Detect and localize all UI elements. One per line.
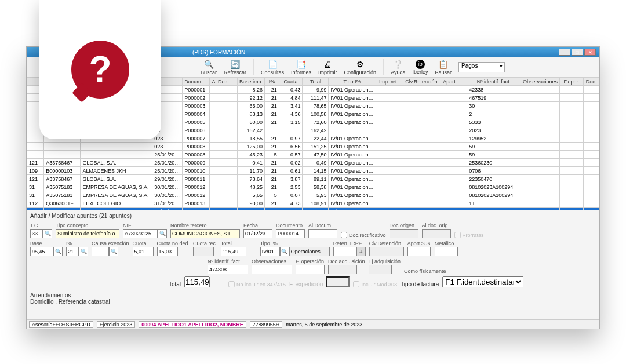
window-title: (PDS) FORMACIÓN <box>192 49 245 56</box>
help-bookmark: ? <box>39 0 161 139</box>
col-aldocum[interactable]: Al Docum. <box>210 78 237 86</box>
docorigen-input <box>390 229 418 238</box>
nif-lookup[interactable]: 🔍 <box>158 229 167 238</box>
ayuda-button[interactable]: ❔Ayuda <box>391 59 405 75</box>
documento-input[interactable] <box>276 229 305 238</box>
config-button[interactable]: ⚙Configuración <box>344 59 377 75</box>
domicilio-ref-label: Domicilio , Referencia catastral <box>30 299 596 305</box>
col-tipoiv[interactable]: Tipo I% <box>329 78 376 86</box>
print-icon: 🖨 <box>322 59 333 70</box>
table-row[interactable]: 121A33758467GLOBAL, S.A.25/01/2023P00000… <box>27 159 599 167</box>
table-row[interactable]: 121A33758467GLOBAL, S.A.29/01/2023P00001… <box>27 175 599 183</box>
col-total[interactable]: Total <box>303 78 329 86</box>
table-row[interactable]: 112Q3063001FLTRE COLEGIO31/01/2023P00001… <box>27 199 599 208</box>
arrendamientos-label: Arrendamientos <box>30 292 596 299</box>
detail-panel: Añadir / Modificar apuntes (21 apuntes) … <box>27 210 599 319</box>
tc-input[interactable] <box>30 229 43 238</box>
retenirpf-add[interactable]: + <box>356 247 366 256</box>
retenirpf-input[interactable] <box>333 247 356 256</box>
col-clvret[interactable]: Clv.Retención <box>402 78 441 86</box>
total-input[interactable] <box>221 247 246 256</box>
table-row[interactable]: 31A35075183EMPRESA DE AGUAS, S.A.30/01/2… <box>27 183 599 191</box>
foper-input[interactable] <box>296 265 325 274</box>
noinc347-check: No incluir en 347/415 <box>228 281 286 287</box>
close-button[interactable]: ✕ <box>584 49 596 56</box>
clvret-input <box>369 247 404 256</box>
pagos-select[interactable]: Pagos <box>458 62 505 72</box>
nombretercero-input[interactable] <box>170 229 240 238</box>
causaex-input[interactable] <box>92 247 109 256</box>
iberley-button[interactable]: ibIberley <box>412 60 428 75</box>
fexped-input <box>326 276 350 287</box>
causaex-lookup[interactable]: 🔍 <box>109 247 118 256</box>
col-cuota[interactable]: Cuota <box>279 78 303 86</box>
docadq-input <box>328 265 357 274</box>
metalico-input[interactable] <box>435 247 458 256</box>
col-aportss[interactable]: Aport.S.S. <box>441 78 467 86</box>
pausar-button[interactable]: 📋Pausar <box>435 59 452 75</box>
window-controls: — □ ✕ <box>559 49 596 56</box>
report-icon: 📑 <box>296 59 307 70</box>
minimize-button[interactable]: — <box>559 49 570 56</box>
nidf-input[interactable] <box>208 265 248 274</box>
col-documento[interactable]: Documento <box>183 78 210 86</box>
status-empleado: 00094 APELLIDO1 APELLIDO2, NOMBRE <box>139 321 246 328</box>
cuota-input[interactable] <box>133 247 154 256</box>
col-foper[interactable]: F.oper. <box>560 78 584 86</box>
col-nidf[interactable]: Nº identif. fact. <box>467 78 521 86</box>
tipoconcepto-input[interactable] <box>56 229 119 238</box>
refrescar-button[interactable]: 🔄Refrescar <box>224 59 246 75</box>
base-input[interactable] <box>30 247 53 256</box>
status-codigo: 77889955H <box>250 321 283 328</box>
aldocorig-input <box>422 229 451 238</box>
table-row[interactable]: 023P000008125,00216,56151,25IV/01 Operac… <box>27 143 599 151</box>
tipoiv-lookup[interactable]: 🔍 <box>280 247 289 256</box>
obs-input[interactable] <box>252 265 292 274</box>
iberley-icon: ib <box>416 60 425 69</box>
aldocum-input[interactable] <box>308 229 337 238</box>
status-fecha: martes, 5 de septiembre de 2023 <box>286 322 362 327</box>
total-line-input[interactable] <box>184 276 210 287</box>
table-row[interactable]: 33A78923125COMUNICACIONES, S.L.01/02/202… <box>27 208 599 211</box>
question-icon: ? <box>71 41 129 99</box>
cuotarec-input <box>193 247 214 256</box>
tipoiv-input[interactable] <box>260 247 280 256</box>
nif-input[interactable] <box>123 229 158 238</box>
pause-icon: 📋 <box>438 59 449 70</box>
informes-button[interactable]: 📑Informes <box>291 59 311 75</box>
statusbar: Asesoría+ED+SII+RGPD Ejercicio 2023 0009… <box>27 319 599 329</box>
status-ejercicio: Ejercicio 2023 <box>97 321 136 328</box>
status-module: Asesoría+ED+SII+RGPD <box>29 321 93 328</box>
tipoiv-desc <box>289 247 330 256</box>
pct-input[interactable] <box>66 247 79 256</box>
col-doc[interactable]: Doc. <box>583 78 599 86</box>
base-lookup[interactable]: 🔍 <box>53 247 63 256</box>
table-row[interactable]: 31A35075183EMPRESA DE AGUAS, S.A.30/01/2… <box>27 191 599 199</box>
prorratas-check: Prorratas <box>454 232 484 238</box>
fecha-input[interactable] <box>243 229 272 238</box>
col-pct[interactable]: I% <box>265 78 279 86</box>
search-icon: 🔍 <box>203 59 214 70</box>
detail-title: Añadir / Modificar apuntes (21 apuntes) <box>30 213 596 219</box>
tc-lookup[interactable]: 🔍 <box>43 229 52 238</box>
gear-icon: ⚙ <box>355 59 365 70</box>
col-impret[interactable]: Imp. ret. <box>376 78 402 86</box>
tipofactura-select[interactable]: F1 F.ident.destinataria/o <box>442 276 523 287</box>
help-icon: ❔ <box>393 59 403 70</box>
docrect-check[interactable]: Doc.rectificativo <box>341 232 386 238</box>
aportss-input[interactable] <box>407 247 431 256</box>
consultas-button[interactable]: 📄Consultas <box>261 59 284 75</box>
col-baseimp[interactable]: Base imp. <box>237 78 264 86</box>
pct-lookup[interactable]: 🔍 <box>79 247 88 256</box>
query-icon: 📄 <box>267 59 278 70</box>
incmod303-check: Incluir Mod.303 <box>353 281 397 287</box>
maximize-button[interactable]: □ <box>572 49 583 56</box>
table-row[interactable]: 109B00000103ALMACENES JKH25/01/2023P0000… <box>27 167 599 175</box>
imprimir-button[interactable]: 🖨Imprimir <box>318 59 337 75</box>
refresh-icon: 🔄 <box>230 59 241 70</box>
table-row[interactable]: 25/01/2023P00000845,2350,5747,50IV/01 Op… <box>27 151 599 159</box>
col-obs[interactable]: Observaciones <box>521 78 560 86</box>
buscar-button[interactable]: 🔍Buscar <box>201 59 217 75</box>
cuotanoded-input[interactable] <box>157 247 178 256</box>
ejadq-input <box>369 265 392 274</box>
